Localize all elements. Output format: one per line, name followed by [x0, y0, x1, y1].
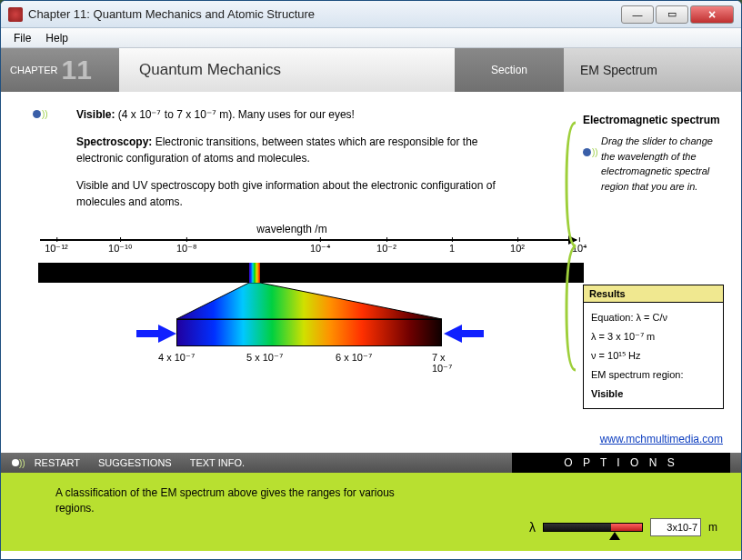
chapter-tab: CHAPTER 11: [1, 48, 119, 92]
results-equation: Equation: λ = C/ν: [591, 308, 716, 327]
results-region-value: Visible: [591, 385, 716, 404]
em-instruction: Drag the slider to change the wavelength…: [601, 134, 727, 194]
speaker-icon[interactable]: )): [12, 457, 25, 468]
axis-label: wavelength /m: [37, 223, 546, 235]
spectrum-bar: Visible: [38, 263, 584, 283]
tick: 10²: [510, 243, 525, 254]
close-button[interactable]: ×: [690, 5, 734, 24]
wavelength-unit: m: [708, 521, 717, 534]
results-lambda: λ = 3 x 10⁻⁷ m: [591, 327, 716, 346]
lambda-symbol: λ: [529, 520, 536, 535]
detail-ticks: 4 x 10⁻⁷ 5 x 10⁻⁷ 6 x 10⁻⁷ 7 x 10⁻⁷: [176, 348, 442, 366]
options-label: O P T I O N S: [512, 453, 730, 473]
wavelength-slider-area: λ m: [529, 513, 717, 542]
suggestions-button[interactable]: SUGGESTIONS: [98, 457, 172, 468]
axis-ticks: 10⁻¹² 10⁻¹⁰ 10⁻⁸ 10⁻⁴ 10⁻² 1 10² 10⁴: [38, 243, 584, 263]
window-title: Chapter 11: Quantum Mechanics and Atomic…: [28, 7, 315, 21]
restart-button[interactable]: RESTART: [35, 457, 80, 468]
spectroscopy-label: Spectroscopy:: [76, 135, 152, 148]
arrow-right-icon[interactable]: [444, 325, 484, 345]
results-region-label: EM spectrum region:: [591, 365, 716, 385]
menu-help[interactable]: Help: [38, 30, 75, 46]
bottom-bar: )) RESTART SUGGESTIONS TEXT INFO. O P T …: [1, 453, 741, 473]
detail-tick: 5 x 10⁻⁷: [246, 352, 283, 364]
chapter-number: 11: [62, 55, 92, 85]
results-heading: Results: [584, 285, 723, 303]
website-link[interactable]: www.mchmultimedia.com: [600, 433, 723, 445]
titlebar[interactable]: Chapter 11: Quantum Mechanics and Atomic…: [1, 1, 741, 28]
chapter-word: CHAPTER: [10, 65, 58, 75]
link-row: www.mchmultimedia.com: [600, 433, 723, 445]
detail-tick: 7 x 10⁻⁷: [432, 352, 452, 375]
detail-tick: 6 x 10⁻⁷: [336, 352, 372, 364]
status-text: A classification of the EM spectrum abov…: [55, 485, 419, 542]
spectroscopy-sub: Visible and UV spectroscopy both give in…: [76, 177, 522, 210]
arrow-left-icon[interactable]: [136, 325, 176, 345]
window-controls: — ▭ ×: [621, 5, 734, 24]
svg-marker-2: [444, 325, 484, 343]
section-label: Section: [455, 48, 564, 92]
spectrum-wedge: [38, 283, 584, 319]
visible-label: Visible:: [76, 108, 115, 121]
chapter-header: CHAPTER 11 Quantum Mechanics Section EM …: [1, 48, 741, 92]
maximize-button[interactable]: ▭: [656, 5, 688, 24]
menubar: File Help: [1, 28, 741, 48]
visible-text: (4 x 10⁻⁷ to 7 x 10⁻⁷ m). Many uses for …: [115, 108, 354, 121]
em-spectrum-title: Electromagnetic spectrum: [583, 114, 727, 126]
results-box: Results Equation: λ = C/ν λ = 3 x 10⁻⁷ m…: [583, 285, 724, 409]
speaker-icon[interactable]: )): [583, 146, 597, 159]
brace-icon: [565, 119, 577, 374]
wavelength-input[interactable]: [650, 518, 701, 536]
results-body: Equation: λ = C/ν λ = 3 x 10⁻⁷ m ν = 10¹…: [584, 303, 723, 408]
wedge-icon: [38, 283, 584, 319]
app-window: Chapter 11: Quantum Mechanics and Atomic…: [0, 0, 742, 560]
tick: 10⁻⁴: [310, 243, 330, 255]
visible-spectrum-detail[interactable]: [176, 319, 442, 346]
svg-marker-1: [136, 325, 176, 343]
slider-fill: [611, 524, 642, 531]
chapter-title: Quantum Mechanics: [119, 48, 455, 92]
slider-thumb-icon[interactable]: [609, 532, 620, 540]
tick: 10⁻²: [376, 243, 396, 255]
content-area: )) Visible: (4 x 10⁻⁷ to 7 x 10⁻⁷ m). Ma…: [1, 92, 741, 453]
tick: 1: [449, 243, 455, 254]
tick: 10⁻⁸: [176, 243, 196, 255]
speaker-icon[interactable]: )): [33, 108, 47, 121]
detail-tick: 4 x 10⁻⁷: [158, 352, 195, 364]
section-name: EM Spectrum: [564, 48, 741, 92]
textinfo-button[interactable]: TEXT INFO.: [190, 457, 245, 468]
spectroscopy-paragraph: Spectroscopy: Electronic transitions, be…: [76, 134, 522, 166]
app-icon: [8, 7, 23, 22]
wavelength-slider[interactable]: [543, 523, 643, 532]
minimize-button[interactable]: —: [621, 5, 654, 24]
tick: 10⁻¹²: [45, 243, 68, 255]
status-bar: A classification of the EM spectrum abov…: [1, 473, 741, 551]
svg-marker-0: [176, 283, 442, 319]
results-nu: ν = 10¹⁵ Hz: [591, 346, 716, 365]
tick: 10⁻¹⁰: [108, 243, 132, 255]
visible-slit: [249, 263, 260, 283]
menu-file[interactable]: File: [6, 30, 38, 46]
right-panel: Electromagnetic spectrum )) Drag the sli…: [583, 114, 727, 409]
